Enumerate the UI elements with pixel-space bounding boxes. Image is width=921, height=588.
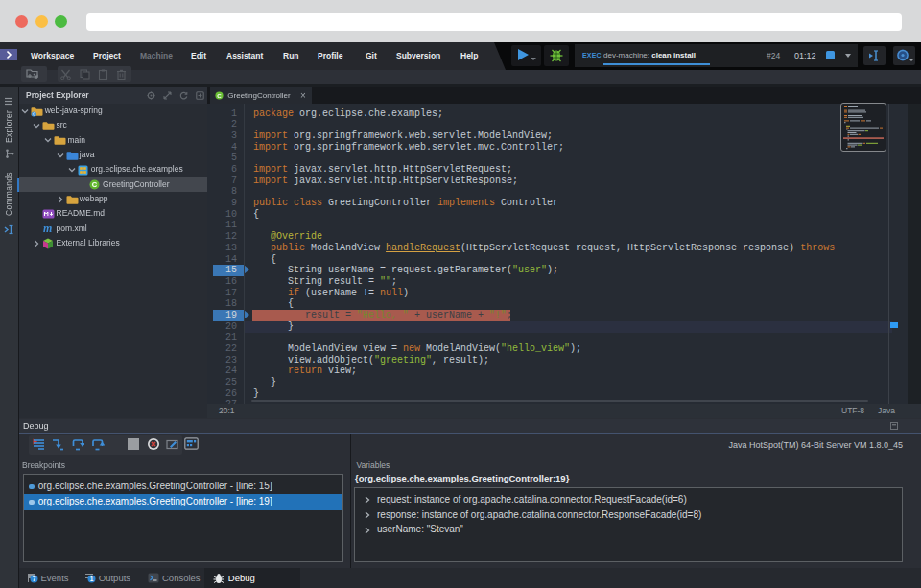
svg-text:1: 1 <box>90 576 94 582</box>
svg-text:C: C <box>92 180 98 189</box>
svg-text:7: 7 <box>32 576 35 582</box>
svg-text:C: C <box>217 92 222 99</box>
